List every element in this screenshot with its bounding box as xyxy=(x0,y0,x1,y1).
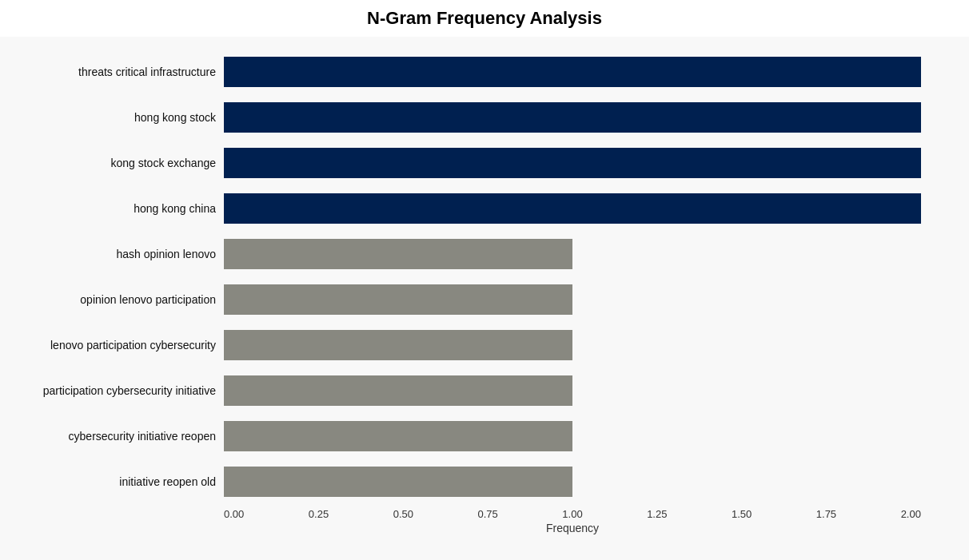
bar-fill xyxy=(224,193,921,224)
bar-fill xyxy=(224,421,572,451)
bar-row: opinion lenovo participation xyxy=(0,276,921,322)
bar-track xyxy=(224,57,921,87)
bar-row: lenovo participation cybersecurity xyxy=(0,322,921,367)
x-tick: 1.25 xyxy=(647,508,667,520)
x-ticks: 0.000.250.500.751.001.251.501.752.00 xyxy=(224,504,921,520)
chart-area: threats critical infrastructurehong kong… xyxy=(0,37,969,560)
bar-track xyxy=(224,375,921,406)
chart-title: N-Gram Frequency Analysis xyxy=(367,8,602,29)
bar-row: participation cybersecurity initiative xyxy=(0,367,921,413)
bar-label: hong kong china xyxy=(0,202,224,215)
bar-label: hong kong stock xyxy=(0,111,224,124)
x-tick: 1.75 xyxy=(816,508,836,520)
x-tick: 2.00 xyxy=(901,508,921,520)
bars-section: threats critical infrastructurehong kong… xyxy=(0,49,921,504)
bar-fill xyxy=(224,102,921,133)
bar-track xyxy=(224,284,921,315)
x-tick: 0.25 xyxy=(309,508,329,520)
chart-container: N-Gram Frequency Analysis threats critic… xyxy=(0,0,969,560)
bar-row: kong stock exchange xyxy=(0,140,921,185)
bar-label: threats critical infrastructure xyxy=(0,66,224,78)
bar-row: threats critical infrastructure xyxy=(0,49,921,94)
bar-row: hong kong china xyxy=(0,185,921,231)
bar-label: opinion lenovo participation xyxy=(0,293,224,306)
bar-label: hash opinion lenovo xyxy=(0,248,224,260)
x-axis-label: Frequency xyxy=(546,522,599,534)
bar-fill xyxy=(224,239,572,269)
bar-fill xyxy=(224,148,921,178)
bar-row: cybersecurity initiative reopen xyxy=(0,413,921,459)
bar-row: hong kong stock xyxy=(0,94,921,140)
x-tick: 1.50 xyxy=(732,508,752,520)
bar-row: initiative reopen old xyxy=(0,459,921,504)
x-tick: 1.00 xyxy=(562,508,582,520)
x-axis: 0.000.250.500.751.001.251.501.752.00 Fre… xyxy=(224,504,921,534)
bar-fill xyxy=(224,284,572,315)
bar-track xyxy=(224,148,921,178)
bar-label: participation cybersecurity initiative xyxy=(0,384,224,397)
x-tick: 0.00 xyxy=(224,508,244,520)
bar-fill xyxy=(224,375,572,406)
bar-track xyxy=(224,467,921,497)
bar-label: lenovo participation cybersecurity xyxy=(0,339,224,351)
bar-fill xyxy=(224,467,572,497)
bar-track xyxy=(224,239,921,269)
bar-label: cybersecurity initiative reopen xyxy=(0,430,224,443)
bar-row: hash opinion lenovo xyxy=(0,231,921,276)
bar-track xyxy=(224,421,921,451)
bar-fill xyxy=(224,330,572,360)
x-tick: 0.50 xyxy=(393,508,413,520)
bar-label: kong stock exchange xyxy=(0,157,224,169)
bar-track xyxy=(224,193,921,224)
bar-track xyxy=(224,102,921,133)
bar-track xyxy=(224,330,921,360)
bar-fill xyxy=(224,57,921,87)
bar-label: initiative reopen old xyxy=(0,475,224,488)
x-tick: 0.75 xyxy=(477,508,497,520)
